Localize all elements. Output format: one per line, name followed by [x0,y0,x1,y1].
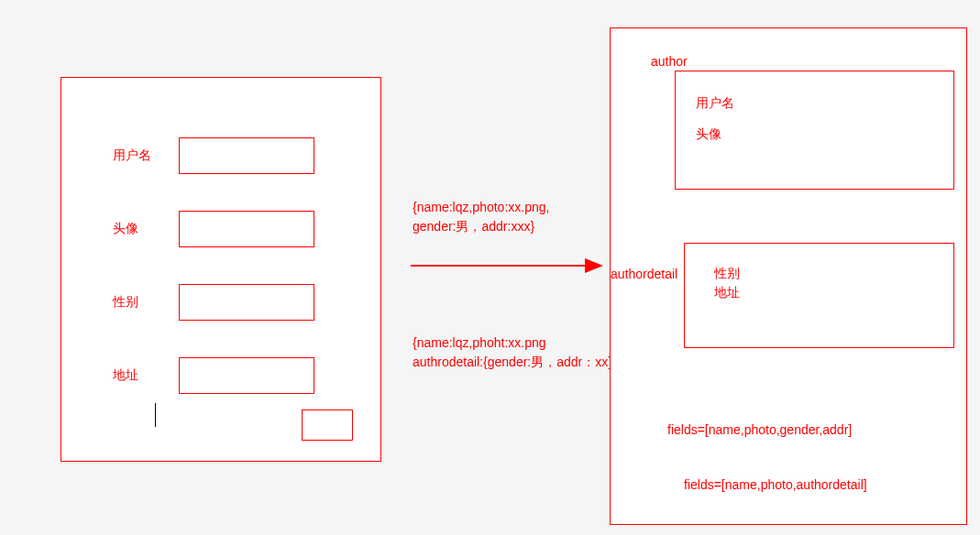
authordetail-field-gender: 性别 [714,264,953,283]
fields-list-flat: fields=[name,photo,gender,addr] [667,422,852,437]
authordetail-box: 性别 地址 [684,243,954,348]
form-row-gender: 性别 [105,284,314,321]
author-label: author [651,54,688,69]
authordetail-label: authordetail [611,267,677,281]
label-username: 用户名 [105,147,179,164]
json2-line1: {name:lqz,phoht:xx.png [413,333,617,353]
json1-line1: {name:lqz,photo:xx.png, [413,198,549,217]
input-address[interactable] [179,357,314,394]
author-field-username: 用户名 [696,88,953,119]
label-gender: 性别 [105,294,179,311]
json2-line2: authrodetail:{gender:男，addr：xx}} [413,353,617,372]
model-container: author 用户名 头像 authordetail 性别 地址 fields=… [610,27,967,525]
cursor-mark [155,403,156,427]
input-gender[interactable] [179,284,314,321]
svg-marker-1 [585,258,603,273]
form-container: 用户名 头像 性别 地址 [61,77,381,462]
input-username[interactable] [179,137,314,174]
form-row-avatar: 头像 [105,211,314,247]
json-example-flat: {name:lqz,photo:xx.png, gender:男，addr:xx… [413,198,549,236]
arrow-icon [411,255,603,277]
fields-list-nested: fields=[name,photo,authordetail] [684,477,867,492]
json1-line2: gender:男，addr:xxx} [413,217,549,236]
form-row-username: 用户名 [105,137,314,174]
input-avatar[interactable] [179,211,314,247]
author-box: 用户名 头像 [675,71,954,190]
submit-button[interactable] [302,409,353,441]
label-avatar: 头像 [105,221,179,237]
label-address: 地址 [105,367,179,384]
form-row-address: 地址 [105,357,314,394]
authordetail-field-address: 地址 [714,283,953,302]
author-field-avatar: 头像 [696,119,953,150]
json-example-nested: {name:lqz,phoht:xx.png authrodetail:{gen… [413,333,617,372]
